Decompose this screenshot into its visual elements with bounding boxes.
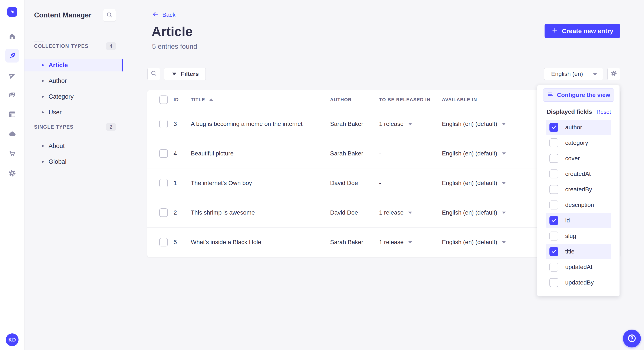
field-toggle-updatedAt[interactable]: updatedAt [546, 259, 611, 275]
cell-to-be-released-in[interactable]: - [379, 150, 381, 157]
locale-select[interactable]: English (en) [544, 68, 603, 80]
configure-view-popover: Configure the view Displayed fields Rese… [537, 85, 620, 296]
strapi-logo-link[interactable] [0, 0, 24, 24]
deploy-cloud-icon[interactable] [5, 127, 19, 141]
sidebar-item-global[interactable]: Global [24, 155, 123, 168]
field-toggle-id[interactable]: id [546, 213, 611, 228]
configure-the-view-button[interactable]: Configure the view [543, 88, 614, 102]
field-label: title [565, 248, 574, 255]
filters-label: Filters [181, 71, 199, 77]
sidebar-item-label: Article [48, 62, 68, 69]
cell-available-in[interactable]: English (en) (default) [442, 121, 506, 127]
field-toggle-author[interactable]: author [546, 120, 611, 135]
cell-to-be-released-in[interactable]: - [379, 180, 381, 186]
create-new-entry-label: Create new entry [562, 27, 613, 35]
field-checkbox[interactable] [550, 154, 558, 163]
home-icon[interactable] [5, 29, 19, 43]
field-checkbox[interactable] [550, 278, 558, 287]
cell-author: David Doe [330, 180, 358, 186]
back-link[interactable]: Back [152, 10, 176, 19]
field-checkbox[interactable] [550, 185, 558, 194]
field-checkbox[interactable] [550, 216, 558, 225]
field-toggle-createdAt[interactable]: createdAt [546, 166, 611, 181]
sidebar-item-label: Author [48, 77, 67, 84]
sidebar-search-button[interactable] [103, 9, 116, 22]
sidebar-item-label: Global [48, 158, 66, 165]
cell-available-in[interactable]: English (en) (default) [442, 180, 506, 186]
chevron-down-icon [408, 123, 412, 125]
help-button[interactable] [623, 330, 641, 348]
sidebar-section-count-badge: 4 [106, 42, 116, 50]
field-checkbox[interactable] [550, 232, 558, 240]
cell-to-be-released-in[interactable]: 1 release [379, 239, 412, 246]
cell-available-in[interactable]: English (en) (default) [442, 239, 506, 246]
field-toggle-description[interactable]: description [546, 197, 611, 213]
field-toggle-title[interactable]: title [546, 244, 611, 259]
field-checkbox[interactable] [550, 200, 558, 209]
column-header-title[interactable]: TITLE [191, 97, 214, 103]
plus-icon [552, 27, 558, 35]
settings-gear-icon[interactable] [5, 166, 19, 180]
cell-author: David Doe [330, 209, 358, 216]
field-label: createdAt [565, 171, 591, 177]
cell-available-in[interactable]: English (en) (default) [442, 150, 506, 157]
select-all-checkbox[interactable] [159, 95, 168, 104]
field-label: updatedAt [565, 264, 592, 270]
sidebar-item-user[interactable]: User [24, 106, 123, 119]
cell-title: A bug is becoming a meme on the internet [191, 121, 302, 127]
field-toggle-updatedBy[interactable]: updatedBy [546, 275, 611, 290]
column-header-author[interactable]: AUTHOR [330, 97, 352, 103]
bullet-icon [42, 145, 44, 147]
user-avatar[interactable]: KD [6, 334, 18, 346]
field-checkbox[interactable] [550, 138, 558, 147]
page-title: Article [152, 24, 193, 39]
row-checkbox[interactable] [159, 208, 168, 217]
cell-available-in[interactable]: English (en) (default) [442, 209, 506, 216]
field-toggle-slug[interactable]: slug [546, 228, 611, 244]
column-header-to-be-released-in[interactable]: TO BE RELEASED IN [379, 97, 430, 103]
cell-id: 3 [174, 121, 177, 127]
bullet-icon [42, 80, 44, 82]
table-search-button[interactable] [147, 68, 160, 80]
field-checkbox[interactable] [550, 263, 558, 272]
bullet-icon [42, 96, 44, 98]
field-checkbox[interactable] [550, 123, 558, 132]
row-checkbox[interactable] [159, 238, 168, 246]
field-checkbox[interactable] [550, 170, 558, 178]
filters-button[interactable]: Filters [164, 68, 206, 80]
content-manager-feather-icon[interactable] [5, 49, 19, 62]
row-checkbox[interactable] [159, 179, 168, 187]
row-checkbox[interactable] [159, 120, 168, 128]
field-toggle-category[interactable]: category [546, 135, 611, 151]
cell-to-be-released-in[interactable]: 1 release [379, 121, 412, 127]
field-label: description [565, 201, 594, 208]
sidebar-item-author[interactable]: Author [24, 74, 123, 87]
field-toggle-createdBy[interactable]: createdBy [546, 182, 611, 197]
sidebar-section-label: COLLECTION TYPES [34, 43, 106, 49]
row-checkbox[interactable] [159, 149, 168, 158]
sidebar-item-article[interactable]: Article [24, 59, 123, 71]
field-label: id [565, 217, 570, 224]
column-header-available-in[interactable]: AVAILABLE IN [442, 97, 477, 103]
cell-author: Sarah Baker [330, 121, 363, 127]
releases-paper-plane-icon[interactable] [5, 68, 19, 82]
view-settings-gear-button[interactable] [607, 68, 620, 80]
displayed-fields-list: author category cover createdAt createdB… [546, 120, 611, 290]
marketplace-cart-icon[interactable] [5, 147, 19, 160]
cell-to-be-released-in[interactable]: 1 release [379, 209, 412, 216]
create-new-entry-button[interactable]: Create new entry [544, 24, 620, 38]
sidebar-item-category[interactable]: Category [24, 90, 123, 103]
media-library-images-icon[interactable] [5, 88, 19, 102]
content-type-builder-layout-icon[interactable] [5, 108, 19, 121]
chevron-down-icon [408, 241, 412, 243]
entries-count: 5 entries found [152, 42, 197, 50]
sidebar-section: COLLECTION TYPES 4 Article Author Catego… [24, 42, 123, 119]
field-checkbox[interactable] [550, 247, 558, 256]
reset-button[interactable]: Reset [596, 109, 611, 115]
column-header-id[interactable]: ID [174, 97, 179, 103]
field-toggle-cover[interactable]: cover [546, 151, 611, 166]
cell-title: Beautiful picture [191, 150, 234, 157]
cell-title: This shrimp is awesome [191, 209, 255, 216]
displayed-fields-heading: Displayed fields [547, 108, 592, 115]
sidebar-item-about[interactable]: About [24, 140, 123, 152]
